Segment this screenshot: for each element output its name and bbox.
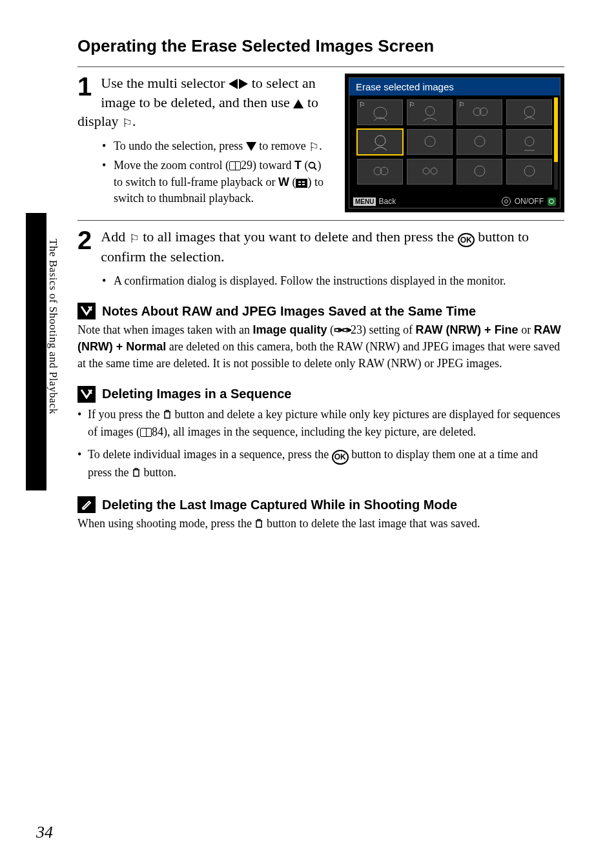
- checkmark-pin-icon: ⚐: [122, 116, 132, 131]
- svg-point-6: [524, 106, 535, 117]
- svg-line-1: [314, 167, 317, 170]
- svg-point-3: [426, 106, 435, 116]
- svg-point-9: [475, 136, 485, 146]
- step-2-heading: Add ⚐ to all images that you want to del…: [77, 227, 564, 267]
- book-ref-icon: [140, 428, 152, 437]
- step-2: 2 Add ⚐ to all images that you want to d…: [77, 227, 564, 288]
- lcd-menu-chip: MENU: [353, 197, 376, 206]
- right-arrow-icon: [239, 79, 248, 89]
- step-1-heading: Use the multi selector to select an imag…: [77, 74, 332, 132]
- up-arrow-icon: [293, 99, 303, 108]
- divider: [77, 66, 564, 67]
- lcd-thumb: ⚐: [357, 99, 403, 125]
- page-title: Operating the Erase Selected Images Scre…: [77, 36, 564, 56]
- step-1-number: 1: [77, 74, 92, 99]
- lcd-thumb: [506, 159, 552, 185]
- thumbnail-view-icon: [296, 179, 307, 188]
- note-body: When using shooting mode, press the butt…: [77, 516, 564, 533]
- step-1: 1 Use the multi selector to select an im…: [77, 74, 564, 212]
- lcd-footer: MENUBack ON/OFF: [349, 195, 560, 208]
- ok-button-icon: OK: [332, 450, 349, 465]
- svg-point-13: [423, 168, 429, 174]
- lcd-thumb: [407, 159, 453, 185]
- svg-point-2: [374, 107, 387, 119]
- lcd-scrollbar: [554, 97, 558, 190]
- page-number: 34: [36, 823, 53, 842]
- note-bullet: To delete individual images in a sequenc…: [77, 447, 564, 482]
- svg-point-8: [425, 136, 435, 146]
- lcd-thumb: ⚐: [407, 99, 453, 125]
- note-title: Deleting Images in a Sequence: [102, 387, 291, 401]
- lcd-thumb: [407, 129, 453, 155]
- step-2-bullet: A confirmation dialog is displayed. Foll…: [102, 273, 564, 288]
- caution-icon: [77, 386, 96, 403]
- note-last-image: Deleting the Last Image Captured While i…: [77, 496, 564, 533]
- lcd-thumb-selected: [357, 129, 403, 155]
- lcd-thumb: [457, 159, 502, 185]
- left-arrow-icon: [229, 79, 238, 89]
- lcd-thumbnail-grid: ⚐ ⚐ ⚐: [349, 96, 560, 186]
- note-body: Note that when images taken with an Imag…: [77, 322, 564, 372]
- note-bullet: If you press the button and delete a key…: [77, 407, 564, 440]
- book-ref-icon: [229, 161, 241, 170]
- note-raw-jpeg: Notes About RAW and JPEG Images Saved at…: [77, 303, 564, 372]
- trash-icon: [254, 517, 263, 533]
- lcd-thumb: [457, 129, 502, 155]
- lcd-thumb: [357, 159, 403, 185]
- tip-icon: [77, 496, 96, 513]
- lcd-zoom-icon: [548, 197, 556, 206]
- svg-point-7: [375, 136, 385, 146]
- camera-lcd-preview: Erase selected images ⚐ ⚐ ⚐: [345, 74, 564, 212]
- lcd-thumb: [506, 99, 552, 125]
- divider: [77, 220, 564, 221]
- lcd-title: Erase selected images: [349, 78, 560, 96]
- svg-point-16: [524, 166, 535, 176]
- lcd-thumb: [506, 129, 552, 155]
- note-title: Notes About RAW and JPEG Images Saved at…: [102, 304, 476, 319]
- svg-point-10: [525, 137, 534, 146]
- caution-icon: [77, 303, 96, 319]
- svg-point-0: [309, 162, 315, 168]
- trash-icon: [132, 466, 141, 482]
- step-1-bullet-1: To undo the selection, press to remove ⚐…: [102, 138, 332, 155]
- lcd-thumb: ⚐: [457, 99, 502, 125]
- lcd-selector-icon: [502, 197, 511, 206]
- ok-button-icon: OK: [458, 233, 475, 247]
- svg-point-15: [475, 166, 485, 176]
- magnifier-icon: [308, 159, 317, 174]
- svg-point-14: [431, 168, 437, 174]
- checkmark-pin-icon: ⚐: [309, 139, 319, 155]
- trash-icon: [163, 408, 172, 424]
- note-title: Deleting the Last Image Captured While i…: [102, 498, 457, 512]
- ref-link-icon: ✑✑: [334, 323, 351, 339]
- down-arrow-icon: [246, 142, 256, 151]
- note-sequence: Deleting Images in a Sequence If you pre…: [77, 386, 564, 482]
- checkmark-pin-icon: ⚐: [129, 231, 139, 247]
- step-1-bullet-2: Move the zoom control (29) toward T () t…: [102, 157, 332, 206]
- step-2-number: 2: [77, 227, 92, 253]
